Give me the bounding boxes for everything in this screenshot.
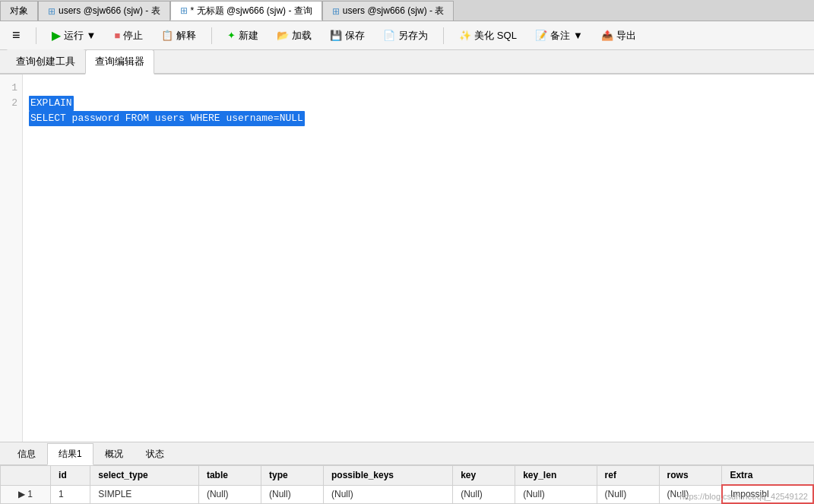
- comment-button[interactable]: 📝 备注 ▼: [529, 27, 589, 45]
- tab-users-table2-label: users @sjw666 (sjw) - 表: [343, 5, 445, 17]
- new-label: 新建: [239, 29, 258, 43]
- line-number-1: 1: [5, 81, 17, 96]
- tab-users-table[interactable]: ⊞ users @sjw666 (sjw) - 表: [38, 1, 170, 21]
- main-container: 对象 ⊞ users @sjw666 (sjw) - 表 ⊞ * 无标题 @sj…: [0, 0, 814, 504]
- tab-query-builder[interactable]: 查询创建工具: [6, 49, 85, 73]
- editor-area[interactable]: 1 2 EXPLAIN SELECT password FROM users W…: [0, 74, 814, 442]
- cell-table: (Null): [198, 485, 261, 503]
- stop-label: 停止: [123, 29, 143, 43]
- beautify-button[interactable]: ✨ 美化 SQL: [453, 27, 523, 45]
- beautify-icon: ✨: [459, 30, 471, 41]
- tab-object[interactable]: 对象: [0, 1, 38, 21]
- col-header-select-type[interactable]: select_type: [90, 466, 199, 486]
- table-icon: ⊞: [48, 6, 55, 17]
- explain-label: 解释: [176, 29, 196, 43]
- row-indicator: ▶ 1: [1, 485, 51, 503]
- tab-untitled-query-label: * 无标题 @sjw666 (sjw) - 查询: [191, 5, 312, 17]
- col-header-indicator: [1, 466, 51, 486]
- load-button[interactable]: 📂 加载: [271, 27, 318, 45]
- menu-button[interactable]: ≡: [6, 25, 27, 46]
- export-button[interactable]: 📤 导出: [595, 27, 642, 45]
- load-label: 加载: [292, 29, 312, 43]
- beautify-label: 美化 SQL: [474, 29, 517, 43]
- menu-icon: ≡: [12, 27, 21, 43]
- line-number-2: 2: [5, 96, 17, 111]
- query-icon: ⊞: [180, 5, 188, 16]
- line-numbers: 1 2: [0, 74, 23, 442]
- tab-status-label: 状态: [146, 449, 164, 459]
- comment-dropdown-icon: ▼: [573, 30, 583, 41]
- tab-results1-label: 结果1: [59, 449, 82, 459]
- separator1: [36, 27, 36, 44]
- editor-inner: 1 2 EXPLAIN SELECT password FROM users W…: [0, 74, 814, 442]
- tab-query-builder-label: 查询创建工具: [16, 55, 75, 67]
- col-header-key[interactable]: key: [453, 466, 515, 486]
- watermark-text: https://blog.csdn.net/qq_42549122: [679, 492, 808, 501]
- tab-status[interactable]: 状态: [135, 443, 176, 464]
- tab-results1[interactable]: 结果1: [47, 443, 93, 465]
- tab-overview[interactable]: 概况: [93, 443, 135, 464]
- cell-id: 1: [51, 485, 90, 503]
- tab-users-table2[interactable]: ⊞ users @sjw666 (sjw) - 表: [322, 1, 455, 21]
- save-as-button[interactable]: 📄 另存为: [377, 27, 434, 45]
- run-label: 运行: [64, 29, 84, 43]
- cell-key: (Null): [453, 485, 515, 503]
- export-icon: 📤: [601, 30, 613, 41]
- explain-button[interactable]: 📋 解释: [155, 27, 202, 45]
- cell-key-len: (Null): [515, 485, 597, 503]
- cell-type: (Null): [261, 485, 323, 503]
- export-label: 导出: [616, 29, 636, 43]
- cell-select-type: SIMPLE: [90, 485, 199, 503]
- col-header-rows[interactable]: rows: [659, 466, 722, 486]
- table2-icon: ⊞: [332, 6, 340, 17]
- run-icon: ▶: [52, 28, 61, 43]
- tab-overview-label: 概况: [105, 449, 123, 459]
- col-header-possible-keys[interactable]: possible_keys: [323, 466, 452, 486]
- toolbar: ≡ ▶ 运行 ▼ ■ 停止 📋 解释 ✦ 新建 📂 加载 💾 保存: [0, 21, 814, 50]
- separator3: [443, 27, 444, 44]
- run-dropdown-icon: ▼: [87, 30, 97, 41]
- editor-section: 查询创建工具 查询编辑器 1 2 EXPLAIN SELECT password…: [0, 50, 814, 442]
- code-content[interactable]: EXPLAIN SELECT password FROM users WHERE…: [23, 74, 814, 442]
- table-header-row: id select_type table type possible_keys …: [1, 466, 814, 486]
- col-header-extra[interactable]: Extra: [722, 466, 813, 486]
- stop-button[interactable]: ■ 停止: [108, 27, 149, 45]
- cell-possible-keys: (Null): [323, 485, 452, 503]
- tab-bar: 对象 ⊞ users @sjw666 (sjw) - 表 ⊞ * 无标题 @sj…: [0, 0, 814, 21]
- tab-users-table-label: users @sjw666 (sjw) - 表: [59, 5, 160, 17]
- col-header-type[interactable]: type: [261, 466, 323, 486]
- tab-info-label: 信息: [17, 449, 36, 459]
- tab-untitled-query[interactable]: ⊞ * 无标题 @sjw666 (sjw) - 查询: [170, 1, 322, 21]
- run-button[interactable]: ▶ 运行 ▼: [46, 26, 103, 45]
- sub-tab-bar: 查询创建工具 查询编辑器: [0, 50, 814, 74]
- comment-label: 备注: [550, 29, 570, 43]
- explain-icon: 📋: [161, 30, 173, 41]
- save-label: 保存: [345, 29, 365, 43]
- stop-icon: ■: [114, 30, 120, 41]
- separator2: [211, 27, 212, 44]
- watermark: https://blog.csdn.net/qq_42549122: [679, 492, 808, 501]
- col-header-key-len[interactable]: key_len: [515, 466, 597, 486]
- col-header-id[interactable]: id: [51, 466, 90, 486]
- col-header-table[interactable]: table: [198, 466, 261, 486]
- comment-icon: 📝: [535, 30, 547, 41]
- new-button[interactable]: ✦ 新建: [221, 27, 264, 45]
- save-icon: 💾: [330, 30, 342, 41]
- tab-object-label: 对象: [10, 5, 28, 17]
- save-button[interactable]: 💾 保存: [324, 27, 371, 45]
- col-header-ref[interactable]: ref: [597, 466, 659, 486]
- code-line-2: SELECT password FROM users WHERE usernam…: [29, 111, 305, 126]
- load-icon: 📂: [277, 30, 289, 41]
- save-as-icon: 📄: [383, 30, 395, 41]
- bottom-tab-bar: 信息 结果1 概况 状态: [0, 442, 814, 465]
- cell-ref: (Null): [597, 485, 659, 503]
- tab-info[interactable]: 信息: [6, 443, 47, 464]
- tab-query-editor-label: 查询编辑器: [95, 55, 144, 67]
- code-line-1: EXPLAIN: [29, 96, 74, 111]
- tab-query-editor[interactable]: 查询编辑器: [85, 49, 154, 74]
- new-icon: ✦: [227, 30, 236, 41]
- save-as-label: 另存为: [398, 29, 428, 43]
